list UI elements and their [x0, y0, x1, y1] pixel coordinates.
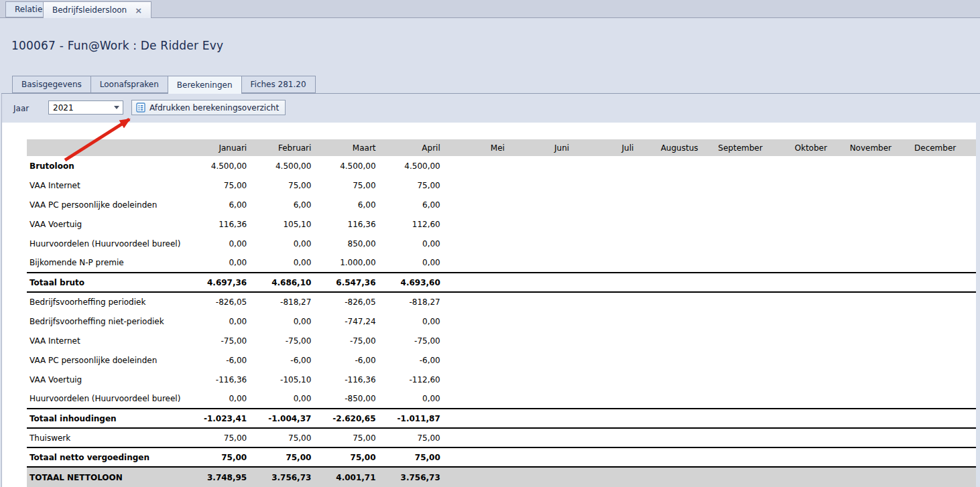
- subtab-loonafspraken[interactable]: Loonafspraken: [90, 76, 168, 93]
- tab-bedrijfsleidersloon-label: Bedrijfsleidersloon: [52, 5, 127, 15]
- cell: [446, 195, 510, 214]
- cell: 75,00: [188, 176, 252, 195]
- cell: [768, 467, 833, 487]
- subtab-basisgegevens[interactable]: Basisgegevens: [12, 76, 91, 93]
- cell: [833, 253, 897, 273]
- cell: [574, 409, 639, 428]
- month-header: September: [704, 139, 768, 156]
- cell: -2.620,65: [316, 409, 381, 428]
- cell: [897, 214, 961, 234]
- cell: 0,00: [188, 389, 252, 409]
- cell: [510, 331, 574, 350]
- cell: [639, 195, 703, 214]
- cell: [574, 350, 639, 370]
- table-row: VAA PC persoonlijke doeleinden6,006,006,…: [27, 195, 976, 214]
- app-window: Relaties Bedrijfsleidersloon × 100067 - …: [0, 0, 980, 487]
- calculations-table: JanuariFebruariMaartAprilMeiJuniJuliAugu…: [27, 139, 976, 487]
- print-report-button[interactable]: Afdrukken berekeningsoverzicht: [131, 100, 286, 115]
- cell: 75,00: [188, 447, 252, 467]
- cell: [897, 195, 961, 214]
- cell: [510, 273, 574, 292]
- subtab-fiches-281-20[interactable]: Fiches 281.20: [241, 76, 316, 93]
- cell: [704, 447, 768, 467]
- cell: [704, 292, 768, 311]
- cell: [574, 428, 639, 447]
- cell: [510, 214, 574, 234]
- cell: 0,00: [252, 389, 316, 409]
- cell: [704, 311, 768, 331]
- subtab-basisgegevens-label: Basisgegevens: [21, 80, 82, 89]
- cell: [833, 156, 897, 176]
- cell: [768, 331, 833, 350]
- cell-filler: [961, 234, 976, 253]
- cell: [446, 409, 510, 428]
- cell: [897, 253, 961, 273]
- row-label: Totaal netto vergoedingen: [27, 447, 188, 467]
- cell: [510, 195, 574, 214]
- cell: [510, 409, 574, 428]
- chevron-down-icon[interactable]: [111, 101, 123, 114]
- cell: [639, 292, 703, 311]
- cell: [510, 428, 574, 447]
- cell: [574, 331, 639, 350]
- close-icon[interactable]: ×: [135, 6, 142, 15]
- month-header: Augustus: [639, 139, 703, 156]
- cell: [833, 389, 897, 409]
- cell: [897, 409, 961, 428]
- table-row: Bedrijfsvoorheffing niet-periodiek0,000,…: [27, 311, 976, 331]
- cell: [446, 350, 510, 370]
- cell: [833, 214, 897, 234]
- cell: 4.500,00: [252, 156, 316, 176]
- cell: 75,00: [252, 428, 316, 447]
- cell: -818,27: [381, 292, 446, 311]
- table-row: TOTAAL NETTOLOON3.748,953.756,734.001,71…: [27, 467, 976, 487]
- cell: [897, 331, 961, 350]
- tab-bedrijfsleidersloon[interactable]: Bedrijfsleidersloon ×: [43, 1, 151, 18]
- cell: 4.686,10: [252, 273, 316, 292]
- tab-relaties-label: Relaties: [15, 5, 47, 14]
- cell: [704, 234, 768, 253]
- window-tab-bar: Relaties Bedrijfsleidersloon ×: [0, 0, 980, 18]
- cell: [768, 350, 833, 370]
- table-row: VAA PC persoonlijke doeleinden-6,00-6,00…: [27, 350, 976, 370]
- subtab-berekeningen[interactable]: Berekeningen: [168, 76, 242, 94]
- cell: [833, 350, 897, 370]
- cell: [639, 156, 703, 176]
- cell: [768, 311, 833, 331]
- row-label: TOTAAL NETTOLOON: [27, 467, 188, 487]
- cell-filler: [961, 389, 976, 409]
- year-dropdown[interactable]: 2021: [48, 100, 123, 115]
- cell-filler: [961, 156, 976, 176]
- cell: -747,24: [316, 311, 381, 331]
- cell: 4.001,71: [316, 467, 381, 487]
- cell-filler: [961, 467, 976, 487]
- cell: [574, 176, 639, 195]
- cell: [833, 273, 897, 292]
- table-row: VAA Voertuig116,36105,10116,36112,60: [27, 214, 976, 234]
- cell: 6,00: [316, 195, 381, 214]
- cell: [639, 428, 703, 447]
- month-header: Februari: [252, 139, 316, 156]
- cell: -1.004,37: [252, 409, 316, 428]
- cell: 0,00: [252, 253, 316, 273]
- cell-filler: [961, 331, 976, 350]
- cell-filler: [961, 311, 976, 331]
- cell: [510, 370, 574, 389]
- cell: 3.756,73: [252, 467, 316, 487]
- cell: [833, 467, 897, 487]
- cell: [639, 389, 703, 409]
- cell: [897, 234, 961, 253]
- subtab-fiches-label: Fiches 281.20: [251, 80, 306, 89]
- cell-filler: [961, 176, 976, 195]
- cell: [897, 370, 961, 389]
- cell: [574, 292, 639, 311]
- cell: [510, 447, 574, 467]
- cell: 105,10: [252, 214, 316, 234]
- cell: [574, 467, 639, 487]
- cell: [574, 195, 639, 214]
- cell: [768, 156, 833, 176]
- table-row: VAA Voertuig-116,36-105,10-116,36-112,60: [27, 370, 976, 389]
- page-title: 100067 - Fun@Work : De Ridder Evy: [11, 39, 223, 52]
- cell: -6,00: [252, 350, 316, 370]
- cell: 75,00: [316, 447, 381, 467]
